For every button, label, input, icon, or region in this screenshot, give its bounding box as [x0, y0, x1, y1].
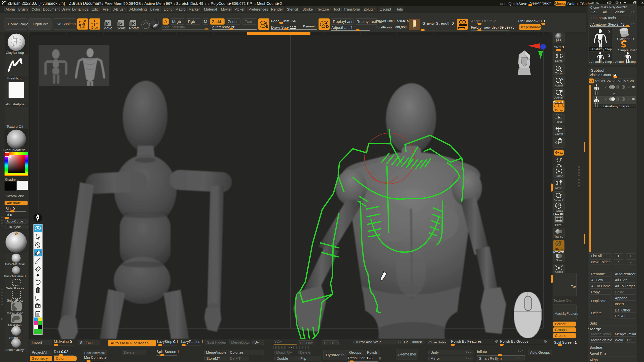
svg-text:Edit: Edit	[80, 26, 85, 29]
svg-text:D: D	[326, 24, 329, 29]
svg-text:Y: Y	[560, 158, 562, 161]
svg-text:x1: x1	[561, 77, 564, 80]
svg-text:× ▼ z: × ▼ z	[556, 113, 562, 116]
svg-text:S: S	[119, 21, 123, 26]
svg-text:BPR: BPR	[556, 39, 562, 42]
svg-text:Draw: Draw	[91, 26, 98, 29]
svg-text:+: +	[558, 130, 559, 132]
svg-text:R: R	[132, 21, 135, 26]
svg-text:S: S	[266, 24, 268, 29]
svg-text:M: M	[106, 21, 110, 26]
